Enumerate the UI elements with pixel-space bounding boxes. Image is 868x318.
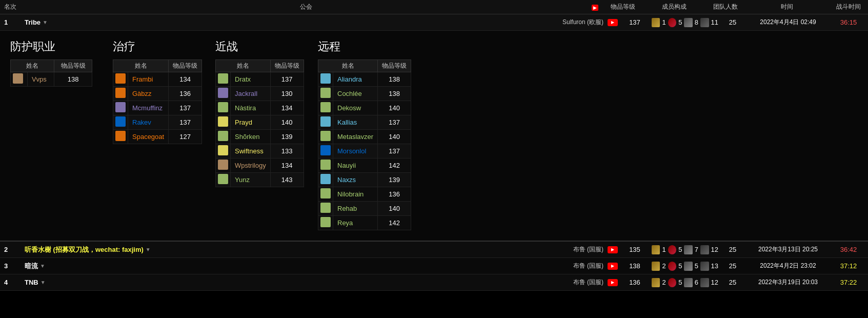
range-count-4: 12: [711, 279, 718, 286]
player-name[interactable]: Shõrken: [231, 130, 271, 144]
player-name[interactable]: Wpstrilogy: [231, 158, 271, 173]
youtube-icon-3[interactable]: ▶: [608, 263, 618, 270]
player-ilvl: 140: [378, 202, 411, 216]
guild-row-2[interactable]: 2 听香水榭 (招募双刀战，wechat: faxjim) ▼ 布鲁 (国服) …: [0, 242, 868, 258]
duration-2: 36:42: [833, 246, 864, 253]
guild-row-4[interactable]: 4 TNB ▼ 布鲁 (国服) ▶ 136 2 5 6 12 25 2022年3…: [0, 274, 868, 291]
player-icon-cell: [318, 130, 333, 144]
rank-1: 1: [4, 18, 25, 26]
player-name[interactable]: Frambi: [128, 72, 169, 87]
yt-header: ▶: [587, 4, 602, 11]
player-icon-cell: [318, 144, 333, 158]
range-ilvl-col: 物品等级: [378, 60, 411, 72]
heal-name-col: 姓名: [113, 60, 169, 72]
table-row: Prayd 140: [216, 115, 304, 130]
range-icon-3: [700, 262, 709, 271]
player-name[interactable]: Aliandra: [333, 72, 378, 87]
player-icon-cell: [318, 115, 333, 130]
melee-section: 近战 姓名 物品等级 Dratx 137 Jackrall: [215, 39, 308, 187]
player-name[interactable]: Yunz: [231, 173, 271, 187]
player-ilvl: 134: [270, 158, 304, 173]
player-name[interactable]: Vvps: [27, 72, 54, 87]
player-icon-cell: [216, 87, 231, 101]
range-icon-1: [700, 18, 709, 27]
guild-name-1: Tribe: [25, 18, 41, 26]
comp-2: 1 5 7 12: [652, 245, 718, 254]
size-3: 25: [722, 262, 743, 270]
melee-icon-2: [684, 245, 692, 254]
server-1: Sulfuron (欧服): [562, 18, 603, 27]
player-name[interactable]: Nilobrain: [333, 187, 378, 202]
player-name[interactable]: Spacegoat: [128, 130, 169, 144]
date-1: 2022年4月4日 02:49: [747, 18, 829, 27]
guild-row-1[interactable]: 1 Tribe ▼ Sulfuron (欧服) ▶ 137 1 5 8 11 2…: [0, 14, 868, 31]
melee-icon-3: [684, 262, 692, 271]
player-name[interactable]: Nauyii: [333, 158, 378, 173]
youtube-icon-2[interactable]: ▶: [608, 246, 618, 253]
player-ilvl: 137: [270, 72, 304, 87]
guild-row-3[interactable]: 3 暗流 ▼ 布鲁 (国服) ▶ 138 2 5 5 13 25 2022年4月…: [0, 258, 868, 274]
youtube-icon-1[interactable]: ▶: [608, 19, 618, 26]
player-icon-cell: [113, 72, 128, 87]
server-3: 布鲁 (国服): [573, 262, 603, 270]
heal-count-3: 5: [678, 262, 682, 270]
melee-icon-4: [684, 278, 692, 287]
player-name[interactable]: Swiftness: [231, 144, 271, 158]
player-name[interactable]: Mcmuffinz: [128, 101, 169, 115]
range-section: 远程 姓名 物品等级 Aliandra 138 Cochlée: [318, 39, 411, 230]
youtube-icon-4[interactable]: ▶: [608, 279, 618, 286]
player-ilvl: 140: [270, 115, 304, 130]
player-ilvl: 140: [378, 101, 411, 115]
table-row: Spacegoat 127: [113, 130, 202, 144]
table-row: Yunz 143: [216, 173, 304, 187]
detail-columns: 防护职业 姓名 物品等级 Vvps 138 治疗: [10, 39, 858, 230]
player-icon-cell: [216, 115, 231, 130]
ilvl-2: 135: [622, 246, 648, 253]
tank-title: 防护职业: [10, 39, 103, 54]
player-name[interactable]: Reya: [333, 216, 378, 230]
melee-count-2: 7: [695, 246, 698, 253]
tank-count-1: 1: [662, 18, 665, 26]
tank-icon-2: [652, 245, 660, 254]
rank-2: 2: [4, 246, 25, 253]
player-name[interactable]: Dekosw: [333, 101, 378, 115]
table-row: Morsonlol 137: [318, 144, 411, 158]
player-icon-cell: [318, 72, 333, 87]
player-name[interactable]: Dratx: [231, 72, 271, 87]
range-table: 姓名 物品等级 Aliandra 138 Cochlée 138: [318, 59, 411, 230]
tank-count-3: 2: [662, 262, 665, 270]
player-ilvl: 130: [270, 87, 304, 101]
player-name[interactable]: Gàbzz: [128, 87, 169, 101]
player-name[interactable]: Prayd: [231, 115, 271, 130]
table-row: Cochlée 138: [318, 87, 411, 101]
duration-4: 37:22: [833, 279, 864, 286]
dropdown-arrow-3[interactable]: ▼: [40, 263, 45, 269]
heal-section: 治疗 姓名 物品等级 Frambi 134 Gàbzz: [113, 39, 205, 144]
duration-header: 战斗时间: [833, 3, 864, 11]
player-name[interactable]: Naxzs: [333, 173, 378, 187]
dropdown-arrow-2[interactable]: ▼: [146, 247, 151, 252]
heal-icon-1: [668, 18, 676, 27]
date-4: 2022年3月19日 20:03: [747, 278, 829, 287]
player-name[interactable]: Kallias: [333, 115, 378, 130]
player-name[interactable]: Jackrall: [231, 87, 271, 101]
player-name[interactable]: Nàstira: [231, 101, 271, 115]
player-ilvl: 138: [378, 87, 411, 101]
size-4: 25: [722, 279, 743, 286]
player-icon-cell: [216, 101, 231, 115]
player-name[interactable]: Rehab: [333, 202, 378, 216]
table-row: Shõrken 139: [216, 130, 304, 144]
tank-name-col: 姓名: [11, 60, 54, 72]
dropdown-arrow-4[interactable]: ▼: [41, 280, 46, 285]
detail-area-1: 防护职业 姓名 物品等级 Vvps 138 治疗: [0, 31, 868, 242]
date-3: 2022年4月2日 23:02: [747, 262, 829, 270]
dropdown-arrow-1[interactable]: ▼: [43, 19, 48, 25]
player-name[interactable]: Metaslavzer: [333, 130, 378, 144]
player-name[interactable]: Morsonlol: [333, 144, 378, 158]
player-ilvl: 127: [169, 130, 202, 144]
guild-name-3: 暗流: [25, 262, 38, 271]
player-name[interactable]: Rakev: [128, 115, 169, 130]
player-name[interactable]: Cochlée: [333, 87, 378, 101]
ilvl-4: 136: [622, 279, 648, 286]
player-ilvl: 137: [169, 115, 202, 130]
